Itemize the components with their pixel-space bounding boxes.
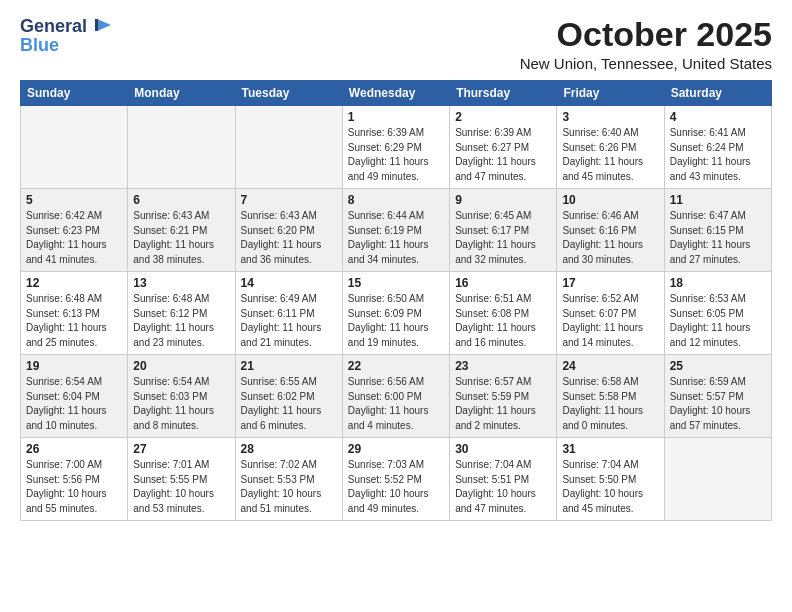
table-row: 12Sunrise: 6:48 AMSunset: 6:13 PMDayligh… xyxy=(21,272,128,355)
day-number: 29 xyxy=(348,442,444,456)
day-number: 14 xyxy=(241,276,337,290)
day-info: Sunrise: 6:54 AMSunset: 6:04 PMDaylight:… xyxy=(26,375,122,433)
day-info: Sunrise: 6:46 AMSunset: 6:16 PMDaylight:… xyxy=(562,209,658,267)
table-row xyxy=(664,438,771,521)
day-info: Sunrise: 6:42 AMSunset: 6:23 PMDaylight:… xyxy=(26,209,122,267)
header-thursday: Thursday xyxy=(450,81,557,106)
day-number: 24 xyxy=(562,359,658,373)
day-number: 30 xyxy=(455,442,551,456)
day-number: 11 xyxy=(670,193,766,207)
table-row: 19Sunrise: 6:54 AMSunset: 6:04 PMDayligh… xyxy=(21,355,128,438)
day-info: Sunrise: 6:47 AMSunset: 6:15 PMDaylight:… xyxy=(670,209,766,267)
logo-general: General xyxy=(20,16,87,37)
header-tuesday: Tuesday xyxy=(235,81,342,106)
svg-marker-0 xyxy=(97,19,111,31)
table-row: 1Sunrise: 6:39 AMSunset: 6:29 PMDaylight… xyxy=(342,106,449,189)
calendar-week-row: 19Sunrise: 6:54 AMSunset: 6:04 PMDayligh… xyxy=(21,355,772,438)
day-number: 9 xyxy=(455,193,551,207)
day-info: Sunrise: 7:04 AMSunset: 5:51 PMDaylight:… xyxy=(455,458,551,516)
logo: General Blue xyxy=(20,16,111,56)
table-row: 13Sunrise: 6:48 AMSunset: 6:12 PMDayligh… xyxy=(128,272,235,355)
table-row: 18Sunrise: 6:53 AMSunset: 6:05 PMDayligh… xyxy=(664,272,771,355)
day-info: Sunrise: 7:02 AMSunset: 5:53 PMDaylight:… xyxy=(241,458,337,516)
table-row: 23Sunrise: 6:57 AMSunset: 5:59 PMDayligh… xyxy=(450,355,557,438)
header-sunday: Sunday xyxy=(21,81,128,106)
day-info: Sunrise: 6:53 AMSunset: 6:05 PMDaylight:… xyxy=(670,292,766,350)
day-number: 8 xyxy=(348,193,444,207)
day-number: 22 xyxy=(348,359,444,373)
day-number: 4 xyxy=(670,110,766,124)
day-info: Sunrise: 6:48 AMSunset: 6:13 PMDaylight:… xyxy=(26,292,122,350)
day-number: 10 xyxy=(562,193,658,207)
table-row: 6Sunrise: 6:43 AMSunset: 6:21 PMDaylight… xyxy=(128,189,235,272)
svg-rect-1 xyxy=(95,19,98,31)
table-row: 17Sunrise: 6:52 AMSunset: 6:07 PMDayligh… xyxy=(557,272,664,355)
table-row: 25Sunrise: 6:59 AMSunset: 5:57 PMDayligh… xyxy=(664,355,771,438)
table-row: 2Sunrise: 6:39 AMSunset: 6:27 PMDaylight… xyxy=(450,106,557,189)
day-info: Sunrise: 6:54 AMSunset: 6:03 PMDaylight:… xyxy=(133,375,229,433)
day-number: 5 xyxy=(26,193,122,207)
calendar-page: General Blue October 2025 New Union, Ten… xyxy=(0,0,792,612)
table-row: 5Sunrise: 6:42 AMSunset: 6:23 PMDaylight… xyxy=(21,189,128,272)
table-row: 27Sunrise: 7:01 AMSunset: 5:55 PMDayligh… xyxy=(128,438,235,521)
day-info: Sunrise: 7:00 AMSunset: 5:56 PMDaylight:… xyxy=(26,458,122,516)
table-row xyxy=(128,106,235,189)
day-info: Sunrise: 6:40 AMSunset: 6:26 PMDaylight:… xyxy=(562,126,658,184)
table-row: 31Sunrise: 7:04 AMSunset: 5:50 PMDayligh… xyxy=(557,438,664,521)
table-row: 3Sunrise: 6:40 AMSunset: 6:26 PMDaylight… xyxy=(557,106,664,189)
day-info: Sunrise: 7:03 AMSunset: 5:52 PMDaylight:… xyxy=(348,458,444,516)
header-wednesday: Wednesday xyxy=(342,81,449,106)
logo-blue: Blue xyxy=(20,35,59,56)
table-row: 15Sunrise: 6:50 AMSunset: 6:09 PMDayligh… xyxy=(342,272,449,355)
day-info: Sunrise: 6:49 AMSunset: 6:11 PMDaylight:… xyxy=(241,292,337,350)
day-info: Sunrise: 6:51 AMSunset: 6:08 PMDaylight:… xyxy=(455,292,551,350)
day-number: 17 xyxy=(562,276,658,290)
table-row: 21Sunrise: 6:55 AMSunset: 6:02 PMDayligh… xyxy=(235,355,342,438)
table-row: 8Sunrise: 6:44 AMSunset: 6:19 PMDaylight… xyxy=(342,189,449,272)
day-number: 1 xyxy=(348,110,444,124)
day-info: Sunrise: 6:56 AMSunset: 6:00 PMDaylight:… xyxy=(348,375,444,433)
day-info: Sunrise: 6:55 AMSunset: 6:02 PMDaylight:… xyxy=(241,375,337,433)
calendar-week-row: 5Sunrise: 6:42 AMSunset: 6:23 PMDaylight… xyxy=(21,189,772,272)
day-number: 13 xyxy=(133,276,229,290)
day-info: Sunrise: 6:57 AMSunset: 5:59 PMDaylight:… xyxy=(455,375,551,433)
day-number: 20 xyxy=(133,359,229,373)
title-area: October 2025 New Union, Tennessee, Unite… xyxy=(520,16,772,72)
day-info: Sunrise: 6:44 AMSunset: 6:19 PMDaylight:… xyxy=(348,209,444,267)
day-number: 31 xyxy=(562,442,658,456)
day-number: 16 xyxy=(455,276,551,290)
day-info: Sunrise: 7:01 AMSunset: 5:55 PMDaylight:… xyxy=(133,458,229,516)
table-row: 26Sunrise: 7:00 AMSunset: 5:56 PMDayligh… xyxy=(21,438,128,521)
table-row: 10Sunrise: 6:46 AMSunset: 6:16 PMDayligh… xyxy=(557,189,664,272)
day-info: Sunrise: 6:39 AMSunset: 6:29 PMDaylight:… xyxy=(348,126,444,184)
day-info: Sunrise: 7:04 AMSunset: 5:50 PMDaylight:… xyxy=(562,458,658,516)
day-number: 28 xyxy=(241,442,337,456)
table-row: 29Sunrise: 7:03 AMSunset: 5:52 PMDayligh… xyxy=(342,438,449,521)
header-saturday: Saturday xyxy=(664,81,771,106)
table-row: 24Sunrise: 6:58 AMSunset: 5:58 PMDayligh… xyxy=(557,355,664,438)
day-info: Sunrise: 6:41 AMSunset: 6:24 PMDaylight:… xyxy=(670,126,766,184)
day-number: 3 xyxy=(562,110,658,124)
header-friday: Friday xyxy=(557,81,664,106)
calendar-table: Sunday Monday Tuesday Wednesday Thursday… xyxy=(20,80,772,521)
day-number: 25 xyxy=(670,359,766,373)
table-row xyxy=(21,106,128,189)
day-number: 12 xyxy=(26,276,122,290)
day-info: Sunrise: 6:52 AMSunset: 6:07 PMDaylight:… xyxy=(562,292,658,350)
day-number: 15 xyxy=(348,276,444,290)
month-title: October 2025 xyxy=(520,16,772,53)
day-number: 6 xyxy=(133,193,229,207)
calendar-week-row: 1Sunrise: 6:39 AMSunset: 6:29 PMDaylight… xyxy=(21,106,772,189)
table-row: 30Sunrise: 7:04 AMSunset: 5:51 PMDayligh… xyxy=(450,438,557,521)
day-info: Sunrise: 6:39 AMSunset: 6:27 PMDaylight:… xyxy=(455,126,551,184)
calendar-header-row: Sunday Monday Tuesday Wednesday Thursday… xyxy=(21,81,772,106)
day-number: 21 xyxy=(241,359,337,373)
table-row: 28Sunrise: 7:02 AMSunset: 5:53 PMDayligh… xyxy=(235,438,342,521)
table-row: 9Sunrise: 6:45 AMSunset: 6:17 PMDaylight… xyxy=(450,189,557,272)
table-row: 22Sunrise: 6:56 AMSunset: 6:00 PMDayligh… xyxy=(342,355,449,438)
day-number: 7 xyxy=(241,193,337,207)
location: New Union, Tennessee, United States xyxy=(520,55,772,72)
table-row: 20Sunrise: 6:54 AMSunset: 6:03 PMDayligh… xyxy=(128,355,235,438)
day-number: 18 xyxy=(670,276,766,290)
day-info: Sunrise: 6:59 AMSunset: 5:57 PMDaylight:… xyxy=(670,375,766,433)
